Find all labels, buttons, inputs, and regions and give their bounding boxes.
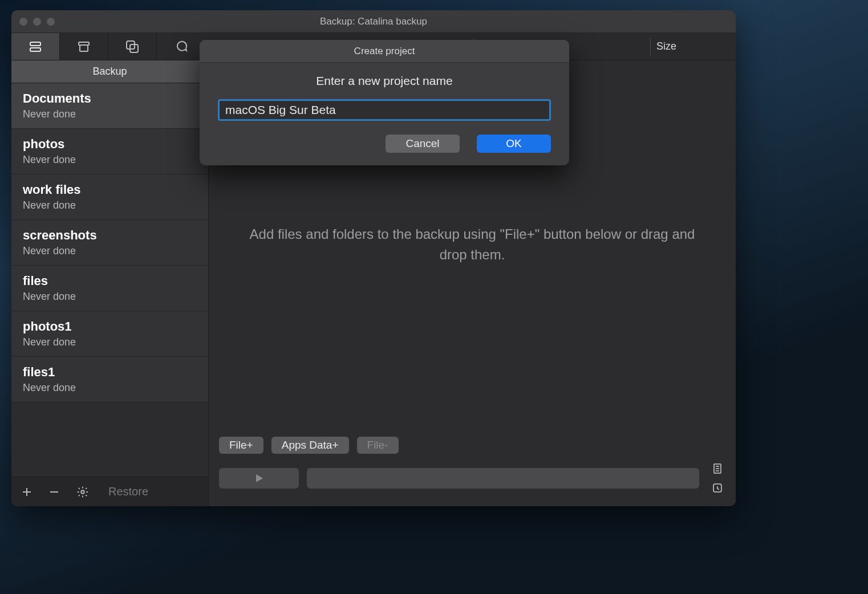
play-icon xyxy=(253,473,265,484)
toolbar-tab-backup[interactable] xyxy=(11,33,60,60)
log-button[interactable] xyxy=(709,461,725,477)
run-backup-button[interactable] xyxy=(219,468,299,489)
titlebar: Backup: Catalina backup xyxy=(11,10,736,33)
dialog-title: Create project xyxy=(200,40,569,63)
backup-list: Documents Never done photos Never done w… xyxy=(11,83,208,477)
gear-icon xyxy=(76,486,89,498)
file-add-button[interactable]: File+ xyxy=(219,437,263,454)
overlap-icon xyxy=(125,39,140,54)
backup-item-screenshots[interactable]: screenshots Never done xyxy=(11,220,208,266)
dialog-prompt: Enter a new project name xyxy=(218,74,551,88)
backup-item-name: Documents xyxy=(23,91,197,106)
svg-rect-0 xyxy=(30,42,40,46)
toolbar-tab-archive[interactable] xyxy=(60,33,108,60)
backup-item-name: work files xyxy=(23,182,197,197)
backup-item-documents[interactable]: Documents Never done xyxy=(11,83,208,129)
backup-item-status: Never done xyxy=(23,200,197,211)
clock-icon xyxy=(712,482,723,494)
backup-item-name: files1 xyxy=(23,365,197,380)
backup-item-status: Never done xyxy=(23,108,197,120)
add-backup-button[interactable] xyxy=(22,487,32,497)
window-title: Backup: Catalina backup xyxy=(11,16,736,27)
minus-icon xyxy=(49,487,59,497)
backup-item-photos1[interactable]: photos1 Never done xyxy=(11,311,208,357)
svg-point-5 xyxy=(81,490,84,494)
backup-item-name: files xyxy=(23,274,197,288)
backup-item-name: screenshots xyxy=(23,228,197,243)
file-remove-button: File- xyxy=(357,437,399,454)
column-header-size[interactable]: Size xyxy=(650,38,736,55)
backup-item-status: Never done xyxy=(23,154,197,166)
toolbar-tab-chat[interactable] xyxy=(157,33,205,60)
backup-item-files[interactable]: files Never done xyxy=(11,266,208,311)
ok-button[interactable]: OK xyxy=(477,135,551,153)
backup-item-status: Never done xyxy=(23,291,197,303)
apps-data-add-button[interactable]: Apps Data+ xyxy=(271,437,349,454)
backup-item-name: photos1 xyxy=(23,319,197,334)
progress-bar xyxy=(307,468,699,489)
svg-rect-2 xyxy=(79,42,89,45)
backup-item-work-files[interactable]: work files Never done xyxy=(11,174,208,220)
document-icon xyxy=(712,463,723,474)
backup-item-name: photos xyxy=(23,137,197,152)
project-name-input[interactable] xyxy=(218,99,551,121)
backup-item-status: Never done xyxy=(23,245,197,257)
backup-item-files1[interactable]: files1 Never done xyxy=(11,357,208,402)
svg-rect-1 xyxy=(30,48,40,51)
create-project-dialog: Create project Enter a new project name … xyxy=(200,40,569,165)
schedule-button[interactable] xyxy=(709,480,725,496)
bottom-bar: File+ Apps Data+ File- xyxy=(209,429,736,506)
archive-icon xyxy=(77,40,91,54)
cancel-button[interactable]: Cancel xyxy=(386,135,460,153)
sidebar-header: Backup xyxy=(11,60,208,83)
settings-button[interactable] xyxy=(76,486,89,498)
backup-item-status: Never done xyxy=(23,336,197,348)
remove-backup-button[interactable] xyxy=(49,487,59,497)
sidebar-footer: Restore xyxy=(11,477,208,506)
toolbar-tab-sync[interactable] xyxy=(108,33,157,60)
sidebar: Backup Documents Never done photos Never… xyxy=(11,60,209,506)
chat-icon xyxy=(175,40,188,54)
backup-item-photos[interactable]: photos Never done xyxy=(11,129,208,174)
backup-item-status: Never done xyxy=(23,382,197,394)
restore-button[interactable]: Restore xyxy=(108,485,148,498)
plus-icon xyxy=(22,487,32,497)
stack-icon xyxy=(29,40,42,54)
